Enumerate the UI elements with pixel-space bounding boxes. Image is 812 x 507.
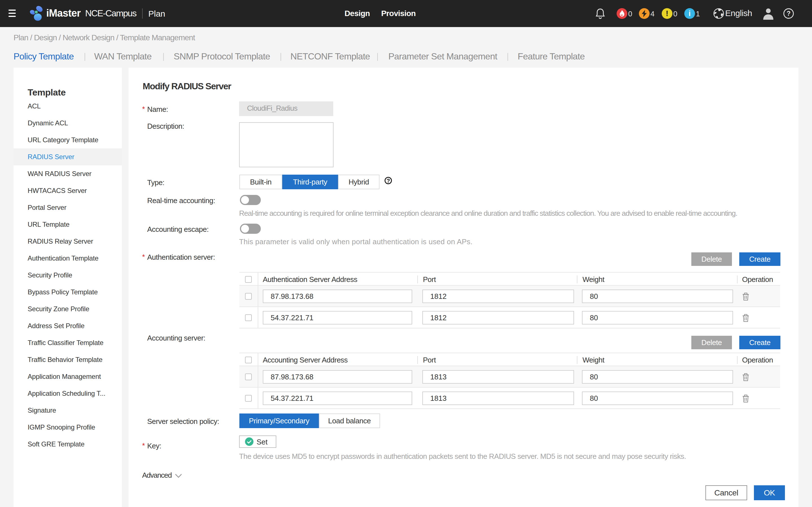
- svg-text:?: ?: [786, 10, 791, 17]
